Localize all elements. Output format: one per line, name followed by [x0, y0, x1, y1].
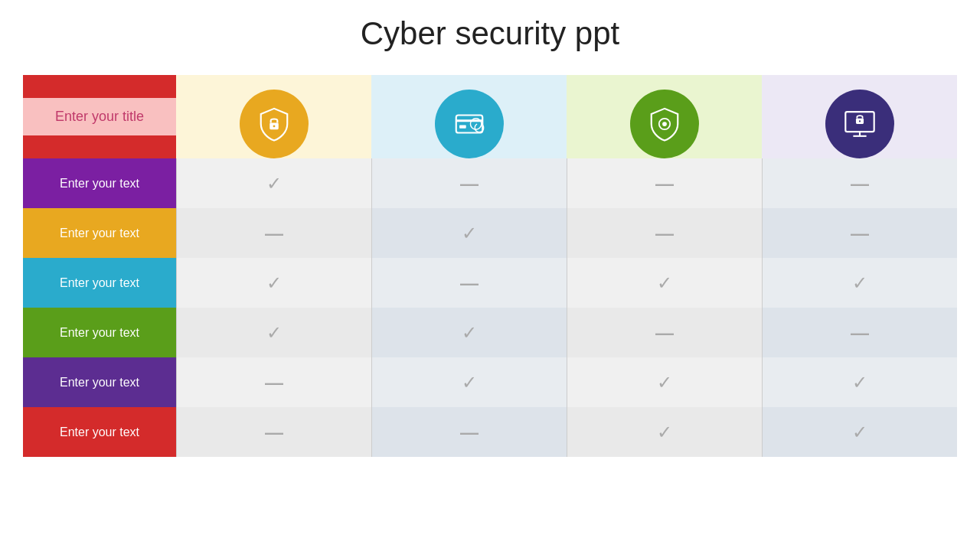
page-title: Cyber security ppt: [361, 15, 619, 52]
check-icon: ✓: [462, 223, 477, 243]
data-cell-r2-c3: ✓: [762, 258, 957, 308]
data-cell-r0-c1: —: [371, 158, 567, 208]
title-label[interactable]: Enter your title: [23, 98, 176, 135]
icon-circle-purple: [825, 90, 894, 158]
shield-check-icon: [647, 106, 682, 142]
data-cell-r4-c3: ✓: [762, 357, 957, 407]
data-cell-r4-c0: —: [176, 357, 371, 407]
header-col-4: [762, 75, 957, 158]
label-cell-3[interactable]: Enter your text: [23, 308, 176, 357]
row-label: Enter your text: [23, 258, 176, 308]
data-cell-r1-c0: —: [176, 208, 371, 258]
row-label: Enter your text: [23, 308, 176, 357]
svg-rect-4: [459, 125, 466, 128]
label-cell-0[interactable]: Enter your text: [23, 158, 176, 208]
data-cell-r5-c1: —: [371, 407, 567, 457]
check-icon: ✓: [266, 173, 282, 194]
title-top-bar: [23, 75, 176, 98]
data-cell-r1-c1: ✓: [371, 208, 567, 258]
data-cell-r5-c0: —: [176, 407, 371, 457]
data-cell-r3-c1: ✓: [371, 308, 567, 357]
dash-icon: —: [655, 322, 674, 343]
check-icon: ✓: [657, 372, 672, 393]
dash-icon: —: [851, 223, 869, 243]
title-bottom-bar: [23, 135, 176, 158]
check-icon: ✓: [852, 422, 867, 442]
svg-point-6: [662, 122, 667, 126]
data-cell-r4-c2: ✓: [567, 357, 762, 407]
check-icon: ✓: [266, 272, 282, 293]
icon-circle-blue: [435, 90, 504, 158]
row-label: Enter your text: [23, 208, 176, 258]
label-cell-4[interactable]: Enter your text: [23, 357, 176, 407]
dash-icon: —: [460, 272, 479, 293]
data-cell-r3-c0: ✓: [176, 308, 371, 357]
data-cell-r5-c2: ✓: [567, 407, 762, 457]
svg-rect-2: [456, 116, 482, 133]
row-label: Enter your text: [23, 158, 176, 208]
svg-point-11: [858, 120, 860, 122]
table-row: Enter your text✓✓——: [23, 308, 957, 357]
dash-icon: —: [265, 422, 283, 442]
label-cell-1[interactable]: Enter your text: [23, 208, 176, 258]
check-icon: ✓: [462, 372, 477, 393]
label-cell-2[interactable]: Enter your text: [23, 258, 176, 308]
lock-shield-icon: [256, 106, 292, 142]
header-col-3: [567, 75, 762, 158]
check-icon: ✓: [657, 422, 672, 442]
dash-icon: —: [851, 173, 869, 194]
data-cell-r2-c0: ✓: [176, 258, 371, 308]
table-row: Enter your text——✓✓: [23, 407, 957, 457]
data-cell-r2-c2: ✓: [567, 258, 762, 308]
header-col-2: [371, 75, 567, 158]
table-row: Enter your text—✓——: [23, 208, 957, 258]
label-cell-5[interactable]: Enter your text: [23, 407, 176, 457]
row-label: Enter your text: [23, 407, 176, 457]
dash-icon: —: [851, 322, 869, 343]
icon-circle-green: [630, 90, 699, 158]
table-row: Enter your text—✓✓✓: [23, 357, 957, 407]
data-cell-r0-c2: —: [567, 158, 762, 208]
monitor-lock-icon: [842, 106, 877, 142]
table-header-row: Enter your title: [23, 75, 957, 158]
header-col-1: [176, 75, 371, 158]
data-cell-r5-c3: ✓: [762, 407, 957, 457]
check-icon: ✓: [657, 272, 672, 293]
data-cell-r3-c2: —: [567, 308, 762, 357]
table-row: Enter your text✓———: [23, 158, 957, 208]
data-cell-r0-c0: ✓: [176, 158, 371, 208]
data-cell-r0-c3: —: [762, 158, 957, 208]
check-icon: ✓: [266, 322, 282, 343]
row-label: Enter your text: [23, 357, 176, 407]
dash-icon: —: [265, 372, 283, 393]
comparison-table: Enter your title: [23, 75, 957, 457]
credit-card-icon: [452, 106, 487, 142]
header-left-cell: Enter your title: [23, 75, 176, 158]
dash-icon: —: [460, 173, 479, 194]
dash-icon: —: [655, 173, 674, 194]
svg-point-1: [273, 125, 275, 127]
check-icon: ✓: [852, 272, 867, 293]
icon-circle-yellow: [240, 90, 309, 158]
data-cell-r3-c3: —: [762, 308, 957, 357]
dash-icon: —: [460, 422, 479, 442]
check-icon: ✓: [462, 322, 477, 343]
data-cell-r1-c2: —: [567, 208, 762, 258]
check-icon: ✓: [852, 372, 867, 393]
table-row: Enter your text✓—✓✓: [23, 258, 957, 308]
dash-icon: —: [655, 223, 674, 243]
dash-icon: —: [265, 223, 283, 243]
data-cell-r4-c1: ✓: [371, 357, 567, 407]
data-cell-r2-c1: —: [371, 258, 567, 308]
data-cell-r1-c3: —: [762, 208, 957, 258]
